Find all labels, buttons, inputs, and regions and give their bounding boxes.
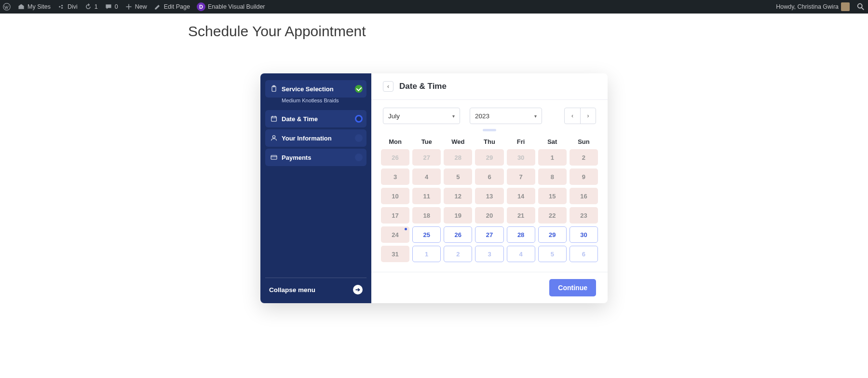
weekday-label: Sat [538,135,567,149]
calendar-day[interactable]: 24 [381,226,409,243]
panel-title: Date & Time [399,82,447,91]
calendar-day[interactable]: 27 [412,149,441,166]
svg-point-3 [61,7,63,9]
wp-logo[interactable] [3,3,11,11]
calendar-day[interactable]: 8 [538,168,567,185]
calendar-day[interactable]: 23 [570,207,598,224]
chevron-down-icon: ▾ [534,113,537,119]
calendar-day[interactable]: 10 [381,188,409,204]
calendar-day[interactable]: 26 [381,149,409,166]
month-select[interactable]: July ▾ [383,108,460,124]
step-label: Service Selection [282,85,334,93]
calendar-day[interactable]: 15 [538,188,567,204]
weekday-label: Tue [412,135,441,149]
next-month-button[interactable]: › [580,108,596,124]
calendar-day[interactable]: 4 [412,168,441,185]
calendar-day[interactable]: 29 [475,149,503,166]
enable-visual-builder[interactable]: DEnable Visual Builder [197,2,265,11]
calendar-day[interactable]: 22 [538,207,567,224]
comments[interactable]: 0 [105,3,118,11]
calendar-day[interactable]: 30 [507,149,535,166]
weekday-header: MonTueWedThuFriSatSun [381,135,598,149]
calendar-day[interactable]: 28 [507,226,535,243]
check-icon [355,85,363,93]
pending-step-icon [355,154,363,161]
weekday-label: Wed [444,135,472,149]
calendar-day[interactable]: 11 [412,188,441,204]
calendar-day[interactable]: 26 [444,226,472,243]
calendar-day[interactable]: 7 [507,168,535,185]
calendar-day[interactable]: 31 [381,246,409,262]
weekday-label: Thu [475,135,503,149]
calendar-day[interactable]: 1 [412,246,441,262]
calendar-day[interactable]: 28 [444,149,472,166]
calendar-day[interactable]: 13 [475,188,503,204]
month-value: July [388,112,400,120]
calendar-day[interactable]: 16 [570,188,598,204]
arrow-right-icon: ➔ [353,285,363,294]
howdy-user[interactable]: Howdy, Christina Gwira [776,2,850,11]
svg-point-8 [272,136,275,138]
avatar [841,2,850,11]
booking-panel: ‹ Date & Time July ▾ 2023 ▾ ‹ › MonTueWe… [371,73,608,303]
calendar-day[interactable]: 27 [475,226,503,243]
calendar-day[interactable]: 14 [507,188,535,204]
calendar-day[interactable]: 3 [381,168,409,185]
calendar-day[interactable]: 2 [444,246,472,262]
step-date-time[interactable]: Date & Time [265,110,366,127]
calendar-day[interactable]: 5 [444,168,472,185]
step-your-information[interactable]: Your Information [265,129,366,147]
page-title: Schedule Your Appointment [188,23,868,40]
svg-point-1 [59,6,60,7]
card-icon [270,154,278,161]
person-icon [270,134,278,142]
today-dot-icon [405,228,407,230]
chevron-down-icon: ▾ [452,113,455,119]
divi-badge-icon: D [197,2,205,11]
calendar-icon [270,115,278,123]
calendar-day[interactable]: 1 [538,149,567,166]
month-nav: ‹ › [564,108,596,124]
my-sites[interactable]: My Sites [17,3,51,11]
step-service-selection[interactable]: Service Selection [265,80,366,98]
edit-page[interactable]: Edit Page [154,3,190,11]
calendar-day[interactable]: 21 [507,207,535,224]
calendar-day[interactable]: 6 [570,246,598,262]
admin-search-icon[interactable] [856,2,865,11]
step-label: Payments [282,154,311,161]
weekday-label: Fri [507,135,535,149]
svg-rect-7 [271,116,277,121]
calendar-day[interactable]: 12 [444,188,472,204]
new-content[interactable]: New [125,3,147,11]
collapse-menu[interactable]: Collapse menu ➔ [265,278,366,296]
calendar-day[interactable]: 29 [538,226,567,243]
site-name[interactable]: Divi [57,3,78,11]
calendar-day[interactable]: 30 [570,226,598,243]
prev-month-button[interactable]: ‹ [565,108,580,124]
svg-point-4 [858,4,862,8]
calendar-day[interactable]: 3 [475,246,503,262]
booking-widget: Service Selection Medium Knotless Braids… [260,73,608,303]
svg-rect-9 [271,155,277,159]
calendar-day[interactable]: 9 [570,168,598,185]
year-value: 2023 [475,112,489,120]
calendar-day[interactable]: 20 [475,207,503,224]
continue-button[interactable]: Continue [549,279,596,296]
step-label: Your Information [282,135,332,142]
calendar-day[interactable]: 18 [412,207,441,224]
svg-point-2 [61,5,63,6]
pending-step-icon [355,134,363,142]
step-label: Date & Time [282,115,318,123]
drag-handle-icon [483,129,496,131]
calendar-day[interactable]: 5 [538,246,567,262]
step-payments[interactable]: Payments [265,149,366,166]
calendar-day[interactable]: 4 [507,246,535,262]
calendar-day[interactable]: 25 [412,226,441,243]
calendar-day[interactable]: 19 [444,207,472,224]
calendar-day[interactable]: 17 [381,207,409,224]
updates[interactable]: 1 [84,3,98,11]
calendar-day[interactable]: 6 [475,168,503,185]
back-button[interactable]: ‹ [383,81,393,92]
calendar-day[interactable]: 2 [570,149,598,166]
year-select[interactable]: 2023 ▾ [470,108,542,124]
